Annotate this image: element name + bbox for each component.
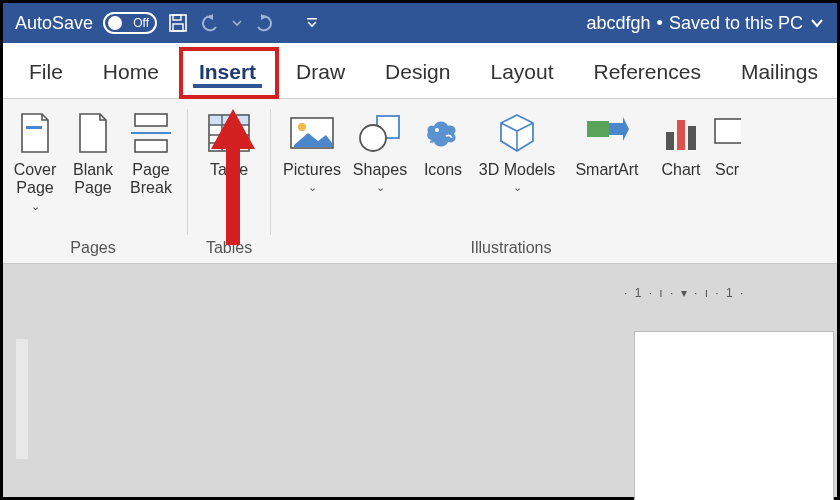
screenshot-button[interactable]: Scr [711,103,743,179]
3d-models-button[interactable]: 3D Models ⌄ [473,103,561,194]
pictures-label: Pictures [283,161,341,179]
tab-design[interactable]: Design [365,48,470,94]
shapes-label: Shapes [353,161,407,179]
cover-page-icon [11,109,59,157]
svg-point-19 [435,128,439,132]
pictures-icon [288,109,336,157]
tab-home[interactable]: Home [83,48,179,94]
toggle-knob [108,16,122,30]
tab-mailings[interactable]: Mailings [721,48,838,94]
chart-label: Chart [661,161,700,179]
blank-page-icon [69,109,117,157]
vertical-ruler-stub [16,339,28,459]
tab-file[interactable]: File [9,48,83,94]
annotation-highlight [179,47,279,99]
svg-rect-20 [587,121,609,137]
chevron-down-icon: ⌄ [225,181,234,194]
tab-layout[interactable]: Layout [470,48,573,94]
save-status-text: Saved to this PC [669,13,803,34]
status-sep: • [657,13,663,34]
svg-rect-5 [135,114,167,126]
group-pages: Cover Page ⌄ Blank Page Page Break Pages [3,99,183,263]
svg-rect-24 [715,119,741,143]
group-illustrations-label: Illustrations [471,237,552,261]
3d-models-icon [493,109,541,157]
svg-rect-21 [666,132,674,150]
chart-icon [657,109,705,157]
cover-page-button[interactable]: Cover Page ⌄ [7,103,63,213]
cover-page-label: Cover Page [9,161,61,198]
ruler-text: · 1 · ı · ▾ · ı · 1 · [624,286,745,300]
page-break-icon [127,109,175,157]
svg-point-18 [360,125,386,151]
pictures-button[interactable]: Pictures ⌄ [279,103,345,194]
autosave-state: Off [133,16,149,30]
chevron-down-icon [809,15,825,31]
screenshot-icon [713,109,741,157]
icons-label: Icons [424,161,462,179]
icons-icon [419,109,467,157]
chart-button[interactable]: Chart [653,103,709,179]
table-label: Table [210,161,248,179]
group-pages-label: Pages [70,237,115,261]
table-button[interactable]: Table ⌄ [196,103,262,194]
chevron-down-icon: ⌄ [513,181,522,194]
svg-rect-22 [677,120,685,150]
page-break-button[interactable]: Page Break [123,103,179,198]
svg-rect-14 [209,115,249,125]
tab-references[interactable]: References [574,48,721,94]
chevron-down-icon: ⌄ [308,181,317,194]
svg-rect-3 [307,18,317,20]
tab-draw[interactable]: Draw [276,48,365,94]
chevron-down-icon: ⌄ [31,200,40,213]
group-separator [187,109,188,235]
autosave-label: AutoSave [15,13,93,34]
blank-page-button[interactable]: Blank Page [65,103,121,198]
3d-models-label: 3D Models [479,161,555,179]
group-separator [270,109,271,235]
group-illustrations: Pictures ⌄ Shapes ⌄ Icons [275,99,747,263]
svg-rect-23 [688,126,696,150]
document-area: · 1 · ı · ▾ · ı · 1 · [6,267,834,494]
svg-rect-2 [173,24,183,31]
blank-page-label: Blank Page [67,161,119,198]
shapes-icon [356,109,404,157]
shapes-button[interactable]: Shapes ⌄ [347,103,413,194]
ribbon: Cover Page ⌄ Blank Page Page Break Pages [3,99,837,264]
svg-rect-6 [135,140,167,152]
qat-customize-icon[interactable] [301,12,323,34]
document-status[interactable]: abcdfgh • Saved to this PC [587,13,825,34]
ribbon-tabs: File Home Insert Draw Design Layout Refe… [3,43,837,99]
icons-button[interactable]: Icons [415,103,471,179]
smartart-label: SmartArt [575,161,638,179]
document-page[interactable] [634,331,834,500]
smartart-icon [583,109,631,157]
table-icon [205,109,253,157]
group-tables-label: Tables [206,237,252,261]
group-tables: Table ⌄ Tables [192,99,266,263]
svg-rect-4 [26,126,42,129]
redo-icon[interactable] [253,12,275,34]
save-icon[interactable] [167,12,189,34]
undo-icon[interactable] [199,12,221,34]
chevron-down-icon: ⌄ [376,181,385,194]
smartart-button[interactable]: SmartArt [563,103,651,179]
undo-dropdown-icon[interactable] [231,12,243,34]
titlebar: AutoSave Off abcdfgh • Saved to this PC [3,3,837,43]
svg-point-16 [298,123,306,131]
screenshot-label: Scr [715,161,739,179]
autosave-toggle[interactable]: Off [103,12,157,34]
page-break-label: Page Break [125,161,177,198]
user-name: abcdfgh [587,13,651,34]
horizontal-ruler[interactable]: · 1 · ı · ▾ · ı · 1 · [624,281,834,305]
